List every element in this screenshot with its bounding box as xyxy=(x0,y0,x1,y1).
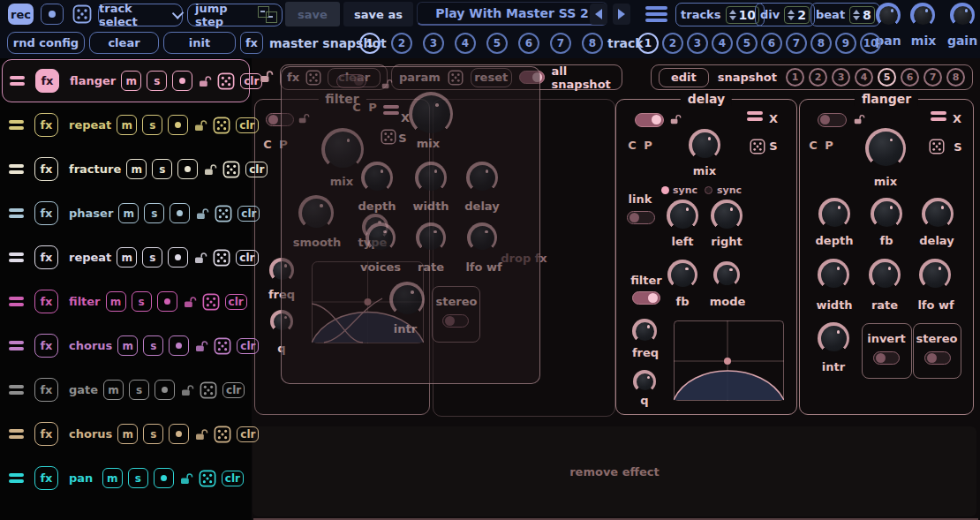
snapshot-7[interactable]: 7 xyxy=(923,68,942,87)
fx-button[interactable]: fx xyxy=(34,422,58,446)
randomize-dice-icon[interactable] xyxy=(200,381,217,399)
randomize-dice-icon[interactable] xyxy=(214,337,231,355)
drag-handle-icon[interactable] xyxy=(9,252,24,262)
delay-enable-toggle[interactable] xyxy=(635,113,664,127)
fb-knob[interactable] xyxy=(871,198,902,230)
drag-handle-icon[interactable] xyxy=(9,297,24,306)
up-arrow-icon[interactable] xyxy=(788,10,795,14)
clear-button[interactable]: clr xyxy=(237,426,259,442)
solo-button[interactable]: s xyxy=(152,159,172,179)
fx-button[interactable]: fx xyxy=(34,113,58,137)
fx-track-row-chorus[interactable]: fxchorusmsclr xyxy=(2,324,250,367)
fx-button[interactable]: fx xyxy=(34,378,58,402)
fx-track-row-filter[interactable]: fxfiltermsclr xyxy=(2,280,250,323)
fb-knob[interactable] xyxy=(667,260,697,290)
mute-button[interactable]: m xyxy=(117,424,138,444)
solo-button[interactable]: s xyxy=(132,291,152,312)
lock-icon[interactable] xyxy=(259,69,274,84)
master-snapshot-8[interactable]: 8 xyxy=(582,33,603,54)
dice-button[interactable] xyxy=(71,4,94,25)
snapshot-button[interactable]: S xyxy=(769,139,777,153)
master-snapshot-5[interactable]: 5 xyxy=(486,33,508,54)
stereo-toggle[interactable] xyxy=(924,351,951,365)
snapshot-5[interactable]: 5 xyxy=(878,68,896,87)
lock-icon[interactable] xyxy=(183,295,197,309)
lock-icon[interactable] xyxy=(203,162,217,177)
solo-button[interactable]: s xyxy=(128,468,148,488)
dice-icon[interactable] xyxy=(929,139,945,154)
drag-handle-icon[interactable] xyxy=(9,341,24,350)
lock-icon[interactable] xyxy=(179,471,193,486)
record-enable-button[interactable] xyxy=(170,203,190,223)
beat-stepper[interactable]: beat 8 xyxy=(810,3,880,26)
filter-toggle[interactable] xyxy=(632,291,660,305)
fx-track-row-chorus[interactable]: fxchorusmsclr xyxy=(2,412,250,456)
edit-button[interactable]: edit xyxy=(659,68,709,87)
randomize-dice-icon[interactable] xyxy=(202,293,220,311)
record-enable-button[interactable] xyxy=(154,468,174,488)
close-icon[interactable]: X xyxy=(769,112,778,125)
sync-right-radio[interactable] xyxy=(705,186,712,194)
fx-button[interactable]: fx xyxy=(34,290,58,313)
drag-handle-icon[interactable] xyxy=(931,111,946,121)
fx-button[interactable]: fx xyxy=(240,32,263,54)
master-snapshot-6[interactable]: 6 xyxy=(518,33,539,54)
paste-button[interactable]: P xyxy=(825,139,833,152)
mute-button[interactable]: m xyxy=(117,115,137,135)
drag-handle-icon[interactable] xyxy=(9,208,24,218)
solo-button[interactable]: s xyxy=(142,115,162,135)
clear-button[interactable]: clear xyxy=(89,32,159,54)
mute-button[interactable]: m xyxy=(126,159,147,179)
snapshot-2[interactable]: 2 xyxy=(809,68,827,87)
mode-knob[interactable] xyxy=(713,261,740,288)
flanger-enable-toggle[interactable] xyxy=(818,113,847,127)
delay-knob[interactable] xyxy=(922,198,954,230)
pan-knob[interactable] xyxy=(876,3,901,27)
invert-toggle[interactable] xyxy=(873,351,900,365)
lock-icon[interactable] xyxy=(198,74,212,88)
rnd-config-button[interactable]: rnd config xyxy=(7,32,85,54)
width-knob[interactable] xyxy=(818,259,849,290)
save-as-button[interactable]: save as xyxy=(343,2,413,26)
clear-button[interactable]: clr xyxy=(222,471,244,486)
lock-icon[interactable] xyxy=(193,251,207,265)
track-6[interactable]: 6 xyxy=(761,33,782,54)
randomize-dice-icon[interactable] xyxy=(215,205,232,222)
clear-button[interactable]: clr xyxy=(237,338,259,354)
save-button[interactable]: save xyxy=(285,2,340,26)
copy-button[interactable]: C xyxy=(628,139,637,152)
fx-button[interactable]: fx xyxy=(34,245,58,269)
solo-button[interactable]: s xyxy=(143,424,163,444)
mute-button[interactable]: m xyxy=(102,468,123,488)
clear-button[interactable]: clr xyxy=(225,294,247,310)
record-enable-button[interactable] xyxy=(168,115,188,135)
fx-track-row-repeat[interactable]: fxrepeatmsclr xyxy=(2,103,250,147)
clear-button[interactable]: clr xyxy=(236,250,258,266)
solo-button[interactable]: s xyxy=(147,71,167,91)
snapshot-3[interactable]: 3 xyxy=(832,68,850,87)
down-arrow-icon[interactable] xyxy=(788,16,795,20)
solo-button[interactable]: s xyxy=(129,380,149,400)
fx-track-row-phaser[interactable]: fxphasermsclr xyxy=(2,192,250,235)
remove-effect-zone[interactable]: remove effect xyxy=(253,426,976,516)
record-enable-button[interactable] xyxy=(168,247,188,268)
track-2[interactable]: 2 xyxy=(662,33,683,54)
up-arrow-icon[interactable] xyxy=(853,10,860,14)
depth-knob[interactable] xyxy=(818,198,850,230)
mix-knob[interactable] xyxy=(689,129,720,161)
lock-icon[interactable] xyxy=(193,118,207,132)
prev-button[interactable] xyxy=(590,4,607,25)
paste-button[interactable]: P xyxy=(644,139,652,152)
snapshot-6[interactable]: 6 xyxy=(901,68,919,87)
dice-icon[interactable] xyxy=(750,139,765,154)
jump-step-control[interactable]: jump step xyxy=(187,4,283,26)
randomize-dice-icon[interactable] xyxy=(217,72,235,90)
copy-button[interactable]: C xyxy=(263,138,272,151)
solo-button[interactable]: s xyxy=(142,247,162,268)
clear-button[interactable]: clr xyxy=(236,117,258,133)
song-title[interactable]: Play With Master SS 2 xyxy=(417,2,607,26)
record-enable-button[interactable] xyxy=(172,71,192,91)
fx-track-row-fracture[interactable]: fxfracturemsclr xyxy=(2,147,250,191)
mute-button[interactable]: m xyxy=(103,380,124,400)
graph-handle[interactable] xyxy=(724,358,731,365)
